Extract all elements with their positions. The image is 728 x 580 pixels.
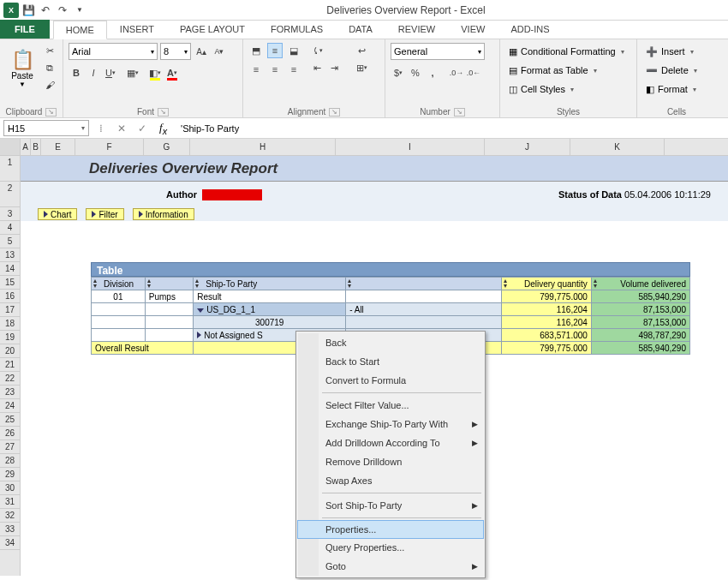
tab-page-layout[interactable]: PAGE LAYOUT bbox=[167, 20, 258, 39]
row-header[interactable]: 21 bbox=[0, 358, 20, 372]
fx-icon[interactable]: fx bbox=[154, 121, 172, 136]
context-menu-item[interactable]: Select Filter Value... bbox=[298, 396, 483, 415]
font-dialog-icon[interactable]: ↘ bbox=[158, 108, 169, 117]
col-header[interactable]: B bbox=[31, 139, 41, 155]
format-painter-button[interactable]: 🖌 bbox=[42, 77, 57, 93]
row-header[interactable]: 14 bbox=[0, 262, 20, 276]
row-header[interactable]: 29 bbox=[0, 468, 20, 481]
font-color-button[interactable]: A▾ bbox=[164, 65, 180, 81]
decrease-decimal-button[interactable]: .0← bbox=[466, 65, 481, 81]
tab-home[interactable]: HOME bbox=[53, 21, 107, 39]
context-menu-item[interactable]: Swap Axes bbox=[298, 471, 483, 490]
format-as-table-button[interactable]: ▤Format as Table▾ bbox=[505, 62, 628, 79]
row-header[interactable]: 28 bbox=[0, 454, 20, 468]
decrease-indent-button[interactable]: ⇤ bbox=[309, 60, 325, 75]
context-menu-item[interactable]: Sort Ship-To Party▶ bbox=[298, 496, 483, 515]
row-header[interactable]: 32 bbox=[0, 509, 20, 523]
context-menu-item[interactable]: Convert to Formula bbox=[298, 371, 483, 390]
filter-button[interactable]: Filter bbox=[86, 208, 123, 220]
row-header[interactable]: 16 bbox=[0, 290, 20, 303]
increase-decimal-button[interactable]: .0→ bbox=[449, 65, 464, 81]
col-header[interactable]: K bbox=[570, 139, 665, 155]
clipboard-dialog-icon[interactable]: ↘ bbox=[45, 108, 57, 117]
row-header[interactable]: 17 bbox=[0, 303, 20, 317]
context-menu-item[interactable]: Back to Start bbox=[298, 352, 483, 371]
align-top-button[interactable]: ⬒ bbox=[248, 43, 264, 58]
table-row[interactable]: 300719 116,204 87,153,000 bbox=[92, 316, 690, 329]
align-right-button[interactable]: ≡ bbox=[286, 62, 301, 77]
border-button[interactable]: ▦▾ bbox=[125, 65, 140, 81]
tab-data[interactable]: DATA bbox=[336, 20, 385, 39]
tab-insert[interactable]: INSERT bbox=[107, 20, 167, 39]
number-dialog-icon[interactable]: ↘ bbox=[454, 108, 465, 117]
conditional-formatting-button[interactable]: ▦Conditional Formatting▾ bbox=[505, 43, 628, 60]
col-delivery-qty[interactable]: ▴▾Delivery quantity bbox=[502, 278, 592, 290]
comma-button[interactable]: , bbox=[425, 65, 440, 81]
wrap-text-button[interactable]: ↩ bbox=[349, 43, 373, 58]
underline-button[interactable]: U▾ bbox=[103, 65, 118, 81]
save-icon[interactable]: 💾 bbox=[21, 3, 36, 18]
row-header[interactable]: 20 bbox=[0, 344, 20, 358]
currency-button[interactable]: $▾ bbox=[391, 65, 406, 81]
context-menu-item[interactable]: Add Drilldown According To▶ bbox=[298, 434, 483, 452]
tab-review[interactable]: REVIEW bbox=[385, 20, 448, 39]
align-center-button[interactable]: ≡ bbox=[267, 62, 283, 77]
delete-cells-button[interactable]: ➖Delete▾ bbox=[642, 62, 701, 79]
tab-formulas[interactable]: FORMULAS bbox=[258, 20, 336, 39]
row-header[interactable]: 15 bbox=[0, 276, 20, 290]
col-header[interactable]: G bbox=[144, 139, 190, 155]
increase-indent-button[interactable]: ⇥ bbox=[326, 60, 342, 75]
row-header[interactable]: 23 bbox=[0, 386, 20, 399]
row-header[interactable]: 24 bbox=[0, 399, 20, 413]
chart-button[interactable]: Chart bbox=[38, 208, 77, 220]
tab-addins[interactable]: ADD-INS bbox=[498, 20, 562, 39]
row-header[interactable]: 13 bbox=[0, 248, 20, 262]
col-header[interactable]: A bbox=[21, 139, 31, 155]
align-left-button[interactable]: ≡ bbox=[248, 62, 264, 77]
row-header[interactable]: 30 bbox=[0, 481, 20, 495]
row-header[interactable]: 3 bbox=[0, 207, 20, 221]
table-row[interactable]: US_DG_1_1 - All 116,204 87,153,000 bbox=[92, 303, 690, 316]
copy-button[interactable]: ⧉ bbox=[42, 60, 57, 75]
name-box[interactable]: H15▾ bbox=[3, 120, 89, 136]
select-all-corner[interactable] bbox=[0, 139, 20, 156]
col-division-2[interactable]: ▴▾ bbox=[145, 278, 194, 290]
align-bottom-button[interactable]: ⬓ bbox=[286, 43, 301, 58]
alignment-dialog-icon[interactable]: ↘ bbox=[329, 108, 340, 117]
context-menu-item[interactable]: Remove Drilldown bbox=[298, 452, 483, 471]
enter-formula-button[interactable]: ✓ bbox=[134, 123, 151, 135]
orientation-button[interactable]: ⤹▾ bbox=[309, 43, 325, 58]
fill-color-button[interactable]: ◧▾ bbox=[147, 65, 163, 81]
table-row[interactable]: 01 Pumps Result 799,775.000 585,940,290 bbox=[92, 290, 690, 303]
row-header[interactable]: 26 bbox=[0, 427, 20, 440]
row-header[interactable]: 31 bbox=[0, 495, 20, 509]
tab-view[interactable]: VIEW bbox=[448, 20, 498, 39]
qat-customize-icon[interactable]: ▼ bbox=[72, 3, 87, 18]
col-ship-to[interactable]: ▴▾Ship-To Party bbox=[194, 278, 346, 290]
context-menu-item[interactable]: Goto▶ bbox=[298, 557, 483, 576]
increase-font-button[interactable]: A▴ bbox=[194, 44, 209, 59]
cell-styles-button[interactable]: ◫Cell Styles▾ bbox=[505, 81, 628, 98]
row-header[interactable]: 22 bbox=[0, 372, 20, 386]
row-header[interactable]: 1 bbox=[0, 156, 20, 182]
context-menu-item[interactable]: Back bbox=[298, 333, 483, 352]
redo-icon[interactable]: ↷ bbox=[55, 3, 70, 18]
insert-cells-button[interactable]: ➕Insert▾ bbox=[642, 43, 701, 60]
row-header[interactable]: 25 bbox=[0, 413, 20, 427]
merge-center-button[interactable]: ⊞▾ bbox=[349, 60, 373, 75]
row-header[interactable]: 2 bbox=[0, 182, 20, 207]
row-header[interactable]: 18 bbox=[0, 317, 20, 331]
col-header[interactable]: H bbox=[190, 139, 336, 155]
paste-button[interactable]: 📋 Paste ▼ bbox=[5, 43, 39, 94]
col-division[interactable]: ▴▾Division bbox=[92, 278, 146, 290]
col-header[interactable]: F bbox=[75, 139, 144, 155]
col-header[interactable]: I bbox=[336, 139, 485, 155]
collapse-icon[interactable] bbox=[197, 308, 204, 313]
row-header[interactable]: 4 bbox=[0, 221, 20, 235]
cancel-formula-button[interactable]: ✕ bbox=[113, 123, 130, 135]
context-menu-item[interactable]: Properties... bbox=[297, 520, 484, 539]
font-name-select[interactable]: Arial▾ bbox=[69, 43, 158, 60]
italic-button[interactable]: I bbox=[86, 65, 101, 81]
context-menu-item[interactable]: Query Properties... bbox=[298, 538, 483, 557]
row-header[interactable]: 33 bbox=[0, 523, 20, 536]
